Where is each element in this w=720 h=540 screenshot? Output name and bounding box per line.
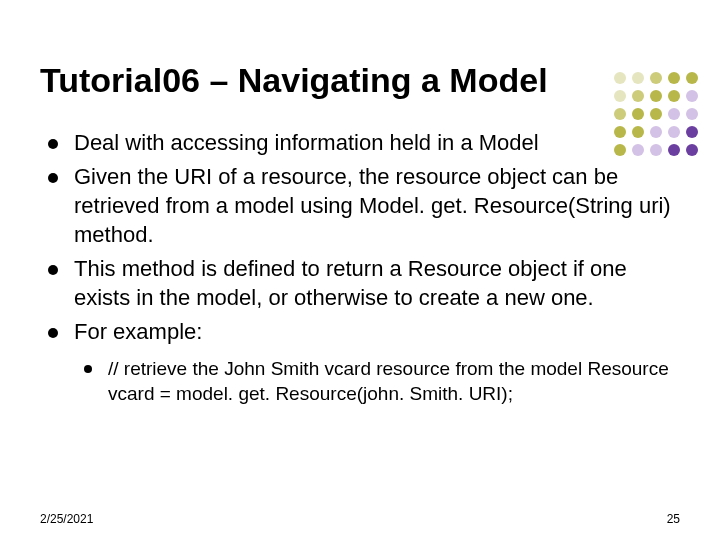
slide-title: Tutorial06 – Navigating a Model (40, 60, 680, 101)
bullet-list: Deal with accessing information held in … (40, 129, 680, 407)
footer-page: 25 (667, 512, 680, 526)
sub-bullet-list: // retrieve the John Smith vcard resourc… (74, 357, 680, 406)
bullet-item: Deal with accessing information held in … (40, 129, 680, 158)
slide-footer: 2/25/2021 25 (40, 512, 680, 526)
bullet-item: This method is defined to return a Resou… (40, 255, 680, 312)
sub-bullet-item: // retrieve the John Smith vcard resourc… (74, 357, 680, 406)
footer-date: 2/25/2021 (40, 512, 93, 526)
slide: Tutorial06 – Navigating a Model Deal wit… (0, 0, 720, 540)
bullet-item: For example: // retrieve the John Smith … (40, 318, 680, 406)
bullet-text: For example: (74, 319, 202, 344)
bullet-item: Given the URI of a resource, the resourc… (40, 163, 680, 249)
